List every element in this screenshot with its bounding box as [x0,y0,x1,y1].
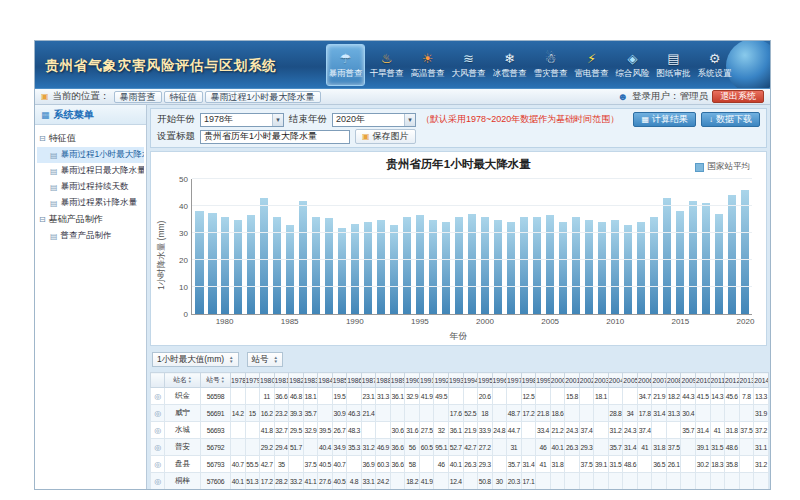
column-header-year[interactable]: 1993 [448,373,463,388]
expand-icon[interactable]: ⊟ [39,134,46,143]
column-header-year[interactable]: 2003 [594,373,609,388]
column-header-year[interactable]: 2013 [739,373,754,388]
breadcrumb-item-0[interactable]: 暴雨普查 [114,91,162,103]
column-header-year[interactable]: 1996 [492,373,507,388]
column-header-year[interactable]: 1992 [434,373,449,388]
column-header-year[interactable]: 2000 [550,373,565,388]
row-radio-icon[interactable]: ◎ [154,460,161,469]
nav-item-rainstorm[interactable]: ☂暴雨普查 [326,44,365,86]
chart-title-input[interactable]: 贵州省历年1小时最大降水量 [200,130,350,144]
data-download-button[interactable]: ↓ 数据下载 [701,112,760,127]
column-header-year[interactable]: 2010 [696,373,711,388]
start-year-select[interactable]: 1978年 ▾ [200,113,284,127]
tree-leaf[interactable]: ▤暴雨过程1小时最大降水量 [37,147,144,163]
column-header-year[interactable]: 1984 [318,373,333,388]
y-axis-label: 1小时降水量 (mm) [156,221,168,290]
row-radio-icon[interactable]: ◎ [154,477,161,486]
column-header-year[interactable]: 1989 [390,373,405,388]
column-header-year[interactable]: 1991 [419,373,434,388]
nav-item-wind[interactable]: ≋大风普查 [449,44,488,86]
column-header-station-id[interactable]: 站号▲▼ [201,373,231,388]
document-icon: ▤ [50,151,58,160]
breadcrumb-item-1[interactable]: 特征值 [164,91,203,103]
row-select-cell[interactable]: ◎ [151,422,165,439]
value-cell [463,473,478,490]
column-header-year[interactable]: 1988 [376,373,391,388]
column-header-year[interactable]: 1979 [245,373,260,388]
sort-desc-icon[interactable]: ▼ [221,380,225,384]
row-radio-icon[interactable]: ◎ [154,392,161,401]
row-radio-icon[interactable]: ◎ [154,426,161,435]
tree-leaf[interactable]: ▤暴雨过程累计降水量 [37,195,144,211]
nav-item-drawing-approval[interactable]: ▤图纸审批 [654,44,693,86]
nav-item-drought[interactable]: ♨干旱普查 [367,44,406,86]
tree-node[interactable]: ⊟基础产品制作 [37,211,144,228]
row-select-cell[interactable]: ◎ [151,388,165,405]
column-header-year[interactable]: 1998 [521,373,536,388]
column-header-year[interactable]: 2006 [637,373,652,388]
column-header-year[interactable]: 1982 [289,373,304,388]
sort-arrows-icon[interactable]: ▲▼ [188,376,192,384]
column-header-year[interactable]: 2007 [652,373,667,388]
nav-item-heat[interactable]: ☀高温普查 [408,44,447,86]
column-header-year[interactable]: 1981 [274,373,289,388]
tree-leaf[interactable]: ▤普查产品制作 [37,228,144,244]
column-header-year[interactable]: 1997 [507,373,522,388]
sort-arrows-icon[interactable]: ▲ ▼ [229,356,233,364]
column-header-year[interactable]: 2014 [754,373,769,388]
nav-item-composite-risk[interactable]: ◈综合风险 [613,44,652,86]
breadcrumb-item-2[interactable]: 暴雨过程1小时最大降水量 [205,91,321,103]
row-select-cell[interactable]: ◎ [151,439,165,456]
row-select-cell[interactable]: ◎ [151,473,165,490]
tree-node[interactable]: ⊟特征值 [37,130,144,147]
chevron-down-icon[interactable]: ▾ [272,114,283,126]
column-header-year[interactable]: 2005 [623,373,638,388]
end-year-select[interactable]: 2020年 ▾ [332,113,416,127]
column-header-year[interactable]: 1990 [405,373,420,388]
value-cell [434,473,449,490]
tree-leaf[interactable]: ▤暴雨过程日最大降水量 [37,163,144,179]
nav-item-lightning[interactable]: ⚡雷电普查 [572,44,611,86]
column-header-year[interactable]: 2011 [710,373,725,388]
sort-desc-icon[interactable]: ▼ [229,360,233,364]
column-header-year[interactable]: 2001 [565,373,580,388]
nav-item-snow[interactable]: ☃雪灾普查 [531,44,570,86]
column-header-year[interactable]: 1999 [536,373,551,388]
sort-arrows-icon[interactable]: ▲▼ [221,376,225,384]
column-header-year[interactable]: 1987 [361,373,376,388]
row-radio-icon[interactable]: ◎ [154,443,161,452]
station-sort-control[interactable]: 站号 ▲ ▼ [247,352,283,367]
chevron-down-icon[interactable]: ▾ [404,114,415,126]
column-header-year[interactable]: 1985 [332,373,347,388]
sort-desc-icon[interactable]: ▼ [188,380,192,384]
calculate-button[interactable]: ▦ 计算结果 [633,112,696,127]
value-cell: 33.1 [361,473,376,490]
nav-item-settings[interactable]: ⚙系统设置 [695,44,734,86]
value-cell [725,405,740,422]
column-header-year[interactable]: 1994 [463,373,478,388]
tree-leaf[interactable]: ▤暴雨过程持续天数 [37,179,144,195]
column-header-year[interactable]: 2004 [608,373,623,388]
column-header-station-name[interactable]: 站名▲▼ [165,373,201,388]
row-select-cell[interactable]: ◎ [151,456,165,473]
column-header-year[interactable]: 1978 [231,373,246,388]
value-cell: 31.2 [754,456,769,473]
value-sort-control[interactable]: 1小时最大值(mm) ▲ ▼ [152,352,239,367]
nav-item-hail[interactable]: ❄冰雹普查 [490,44,529,86]
column-header-year[interactable]: 2008 [666,373,681,388]
column-header-year[interactable]: 1980 [260,373,275,388]
sort-arrows-icon[interactable]: ▲ ▼ [274,356,278,364]
row-radio-icon[interactable]: ◎ [154,409,161,418]
column-header-year[interactable]: 1995 [478,373,493,388]
column-header-year[interactable]: 2012 [725,373,740,388]
column-header-year[interactable]: 2009 [681,373,696,388]
column-header-year[interactable]: 1983 [303,373,318,388]
logout-button[interactable]: 退出系统 [712,90,764,103]
save-image-button[interactable]: ▣ 保存图片 [355,129,416,144]
column-header-year[interactable]: 2002 [579,373,594,388]
row-select-cell[interactable]: ◎ [151,405,165,422]
sort-desc-icon[interactable]: ▼ [274,360,278,364]
column-header-year[interactable]: 1986 [347,373,362,388]
value-cell [536,388,551,405]
expand-icon[interactable]: ⊟ [39,215,46,224]
